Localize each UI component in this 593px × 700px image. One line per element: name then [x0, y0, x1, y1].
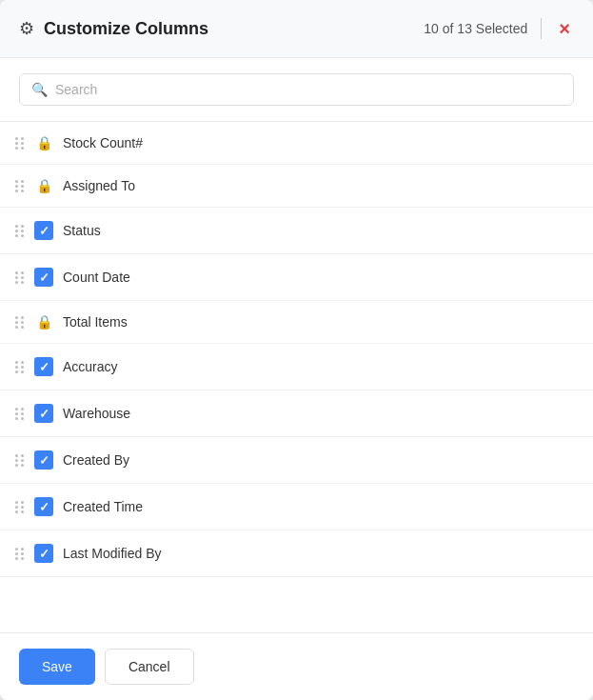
sliders-icon: ⚙ — [19, 18, 34, 39]
column-label: Created By — [63, 452, 578, 468]
checkbox-icon[interactable]: ✓ — [34, 268, 53, 287]
drag-handle-icon — [15, 137, 25, 150]
selected-count: 10 of 13 Selected — [424, 21, 527, 36]
panel-title: Customize Columns — [44, 19, 208, 39]
panel-header: ⚙ Customize Columns 10 of 13 Selected × — [0, 0, 593, 58]
column-label: Stock Count# — [63, 135, 578, 150]
save-button[interactable]: Save — [19, 649, 95, 685]
list-item[interactable]: 🔒Total Items — [0, 301, 593, 344]
lock-icon: 🔒 — [34, 178, 53, 193]
drag-handle-icon — [15, 408, 25, 420]
close-button[interactable]: × — [555, 17, 574, 40]
column-label: Count Date — [63, 270, 578, 285]
header-divider — [541, 18, 542, 39]
drag-handle-icon — [15, 548, 25, 560]
lock-icon: 🔒 — [34, 314, 53, 330]
search-icon: 🔍 — [31, 82, 48, 97]
drag-handle-icon — [15, 180, 25, 192]
checkbox-icon[interactable]: ✓ — [34, 357, 53, 376]
list-item[interactable]: 🔒Assigned To — [0, 165, 593, 208]
drag-handle-icon — [15, 501, 25, 513]
lock-icon: 🔒 — [34, 135, 53, 150]
drag-handle-icon — [15, 271, 25, 284]
checkbox-icon[interactable]: ✓ — [34, 450, 53, 470]
list-item[interactable]: ✓Accuracy — [0, 344, 593, 390]
list-item[interactable]: ✓Status — [0, 208, 593, 254]
search-wrapper: 🔍 — [0, 58, 593, 122]
header-left: ⚙ Customize Columns — [19, 18, 208, 39]
list-item[interactable]: ✓Created Time — [0, 484, 593, 530]
search-container: 🔍 — [19, 73, 574, 106]
column-label: Status — [63, 223, 578, 238]
list-item[interactable]: ✓Count Date — [0, 254, 593, 301]
checkbox-icon[interactable]: ✓ — [34, 497, 53, 516]
checkbox-icon[interactable]: ✓ — [34, 404, 53, 423]
cancel-button[interactable]: Cancel — [105, 649, 194, 685]
column-label: Warehouse — [63, 406, 578, 421]
list-item[interactable]: 🔒Stock Count# — [0, 122, 593, 165]
column-label: Accuracy — [63, 359, 578, 374]
column-label: Assigned To — [63, 178, 578, 193]
checkbox-icon[interactable]: ✓ — [34, 544, 53, 563]
list-item[interactable]: ✓Last Modified By — [0, 530, 593, 577]
drag-handle-icon — [15, 361, 25, 373]
drag-handle-icon — [15, 225, 25, 237]
column-label: Last Modified By — [63, 546, 578, 561]
checkbox-icon[interactable]: ✓ — [34, 221, 53, 240]
drag-handle-icon — [15, 454, 25, 467]
list-item[interactable]: ✓Warehouse — [0, 390, 593, 437]
search-input[interactable] — [55, 82, 562, 97]
columns-list: 🔒Stock Count#🔒Assigned To✓Status✓Count D… — [0, 122, 593, 632]
panel-footer: Save Cancel — [0, 632, 593, 700]
header-right: 10 of 13 Selected × — [424, 17, 574, 40]
customize-columns-panel: ⚙ Customize Columns 10 of 13 Selected × … — [0, 0, 593, 700]
list-item[interactable]: ✓Created By — [0, 437, 593, 484]
column-label: Total Items — [63, 314, 578, 330]
drag-handle-icon — [15, 316, 25, 329]
column-label: Created Time — [63, 499, 578, 514]
